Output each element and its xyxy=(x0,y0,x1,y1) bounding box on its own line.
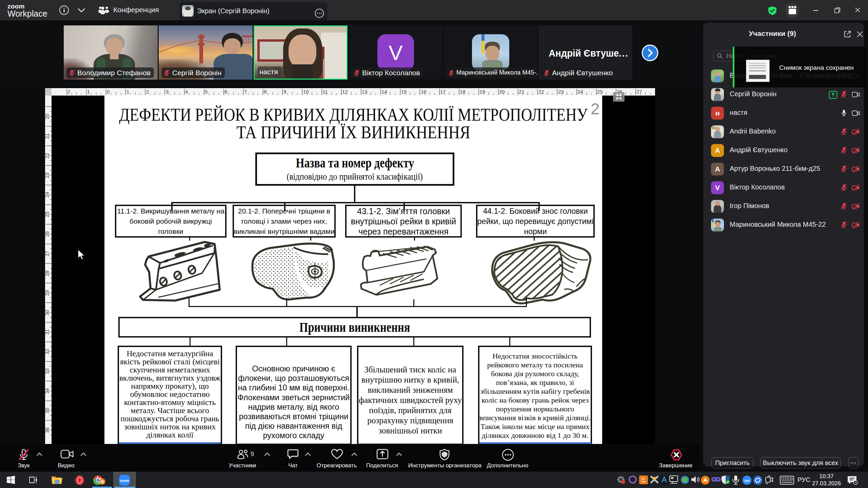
svg-text:zm: zm xyxy=(744,479,750,483)
svg-text:zoom: zoom xyxy=(120,479,129,483)
svg-text:B: B xyxy=(101,479,104,484)
